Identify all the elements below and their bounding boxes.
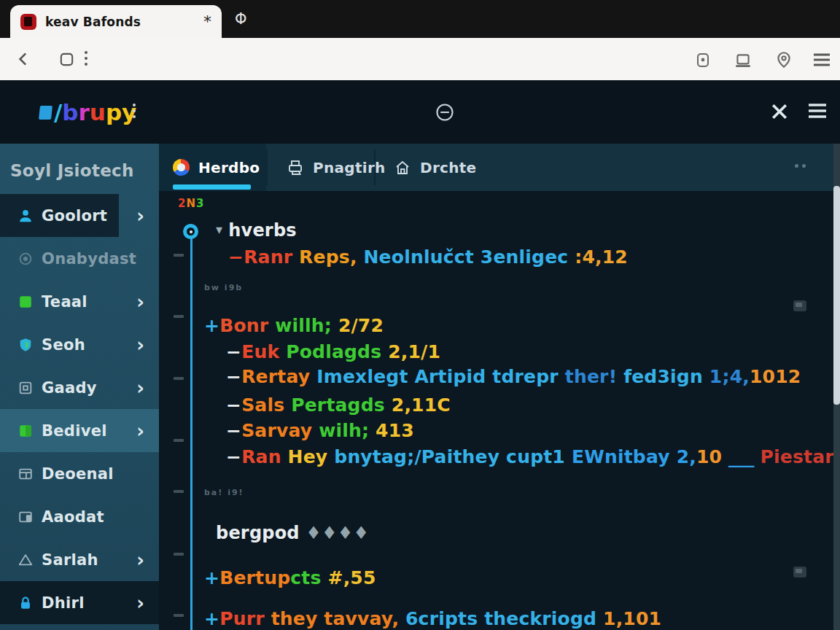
sidebar-item-sarlah[interactable]: Sarlah ›	[0, 538, 159, 581]
tree-row-meta: bw i9b	[204, 283, 243, 292]
tab-pnagtirh[interactable]: Pnagtirh	[287, 144, 386, 191]
text-segment: fed3ign	[623, 366, 709, 387]
chevron-right-icon: ›	[136, 378, 144, 397]
text-segment: 10	[696, 446, 728, 467]
sidebar-item-label: Seoh	[42, 336, 85, 354]
text-segment: Euk	[241, 341, 286, 362]
tab-close-icon[interactable]: *	[203, 14, 211, 30]
green-square-icon	[18, 294, 34, 310]
timeline-tick	[174, 377, 184, 380]
text-segment: Piestard	[754, 446, 833, 467]
browser-toolbar: keav/loupitrlc 3/7a	[0, 38, 840, 81]
shield-icon	[18, 337, 34, 353]
text-segment: 2/72	[338, 315, 384, 336]
sidebar-item-label: Onabydast	[42, 250, 136, 268]
browser-tab[interactable]: keav Bafonds *	[10, 5, 222, 38]
text-segment: EWnitbay	[572, 446, 677, 467]
scrollbar-track[interactable]	[833, 144, 840, 630]
window-icon	[18, 466, 34, 482]
text-segment: Bonr	[219, 315, 275, 336]
back-icon[interactable]	[15, 50, 34, 69]
circle-icon	[18, 251, 34, 267]
text-segment: −	[226, 446, 241, 467]
sidebar-item-onabydast[interactable]: Onabydast	[0, 237, 159, 280]
sidebar-item-deoenal[interactable]: Deoenal	[0, 452, 159, 495]
tree-row[interactable]: +Bonr willh; 2/72	[204, 315, 384, 336]
tab-drchte[interactable]: Drchte	[394, 144, 476, 191]
tab-overview-icon[interactable]	[58, 51, 75, 68]
chevron-right-icon: ›	[136, 594, 144, 612]
sidebar-item-label: Deoenal	[42, 465, 114, 483]
timeline-tick	[174, 439, 184, 442]
text-segment: Podlagds	[286, 341, 388, 362]
sidebar-item-teaal[interactable]: Teaal ›	[0, 280, 159, 323]
text-segment: Neolnlučct 3enligec	[364, 246, 575, 268]
person-icon	[18, 208, 34, 224]
text-segment: Pertagds	[291, 394, 392, 416]
logo-letter: b	[62, 99, 78, 125]
menu-icon[interactable]	[812, 52, 831, 67]
tab-favicon	[20, 14, 36, 30]
close-icon[interactable]	[769, 101, 790, 122]
tab-divider	[266, 149, 268, 185]
text-segment: :4,12	[575, 246, 628, 268]
text-segment: ♦♦♦♦	[306, 523, 369, 543]
tree-row[interactable]: −Sarvay wilh; 413	[226, 420, 414, 441]
sidebar-item-bedivel[interactable]: Bedivel ›	[0, 409, 159, 452]
sidebar-item-label: Aaodat	[42, 508, 104, 526]
ellipsis-icon[interactable]	[795, 164, 806, 168]
tree-node-hverbs[interactable]: ▾hverbs	[216, 220, 297, 241]
tree-row[interactable]: −Ranr Reps, Neolnlučct 3enligec :4,12	[228, 246, 628, 268]
text-segment: 1012	[750, 366, 801, 387]
text-segment: ther!	[565, 366, 623, 387]
location-pin-icon[interactable]	[774, 50, 793, 69]
tree-row[interactable]: +Bertupcts #,55	[204, 567, 376, 588]
app-logo[interactable]: / b r u p y	[39, 99, 136, 125]
tree-row[interactable]: +Purr they tavvay, 6cripts theckriogd 1,…	[204, 608, 661, 629]
list-menu-icon[interactable]	[806, 102, 828, 120]
tree-row[interactable]: −Euk Podlagds 2,1/1	[226, 341, 440, 362]
faint-note-icon[interactable]	[793, 300, 806, 311]
tree-row[interactable]: −Sals Pertagds 2,11C	[226, 394, 451, 416]
tab-label: Pnagtirh	[313, 159, 386, 176]
text-segment: bergpod	[216, 523, 306, 543]
scrollbar-thumb[interactable]	[833, 186, 840, 405]
text-segment: −	[226, 394, 241, 416]
browser-tab-bar: keav Bafonds * Φ	[0, 0, 840, 38]
history-panel: 2N3 ▾hverbs −Ranr Reps, Neolnlučct 3enli…	[159, 191, 833, 630]
sidebar-item-aaodat[interactable]: Aaodat	[0, 495, 159, 538]
sidebar-item-label: Bedivel	[42, 422, 107, 440]
tree-row[interactable]: −Ran Hey bnytag;/Paithey cupt1 EWnitbay …	[226, 446, 833, 467]
sidebar-item-seoh[interactable]: Seoh ›	[0, 323, 159, 366]
text-segment: −	[226, 341, 241, 362]
sidebar-item-gaady[interactable]: Gaady ›	[0, 366, 159, 409]
remove-circle-icon[interactable]	[435, 102, 455, 122]
sidebar-list: Goolort › Onabydast Teaal › Seoh ›	[0, 194, 159, 624]
chevron-down-icon[interactable]: ▾	[216, 222, 222, 237]
tree-section-bergpod[interactable]: bergpod ♦♦♦♦	[216, 523, 369, 543]
sidebar-item-label: Goolort	[42, 207, 107, 225]
home-icon	[394, 159, 411, 176]
more-menu-icon[interactable]	[85, 51, 88, 66]
text-segment: ___	[728, 446, 754, 467]
devices-icon[interactable]	[734, 51, 752, 70]
extension-icon[interactable]	[694, 51, 712, 69]
chevron-right-icon: ›	[136, 551, 144, 569]
faint-note-icon[interactable]	[793, 567, 806, 578]
text-segment: Sals	[241, 394, 291, 416]
timeline-tick	[174, 614, 184, 617]
text-segment: +	[204, 567, 219, 588]
second-tab-icon[interactable]: Φ	[235, 10, 247, 28]
content-tab-strip: Herdbo Pnagtirh Drchte	[159, 144, 833, 191]
app-more-icon[interactable]	[133, 104, 136, 118]
sidebar-item-dhirl[interactable]: Dhirl ›	[0, 581, 159, 624]
green-square-icon	[18, 423, 34, 439]
browser-logo-icon	[173, 159, 190, 176]
timeline-tick	[174, 315, 184, 318]
sidebar-item-label: Teaal	[42, 293, 88, 311]
logo-letter: u	[90, 99, 106, 125]
tree-row[interactable]: −Rertay Imexlegt Artipid tdrepr ther! fe…	[226, 366, 801, 387]
text-segment: 1;4,	[709, 366, 750, 387]
sidebar-item-goolort[interactable]: Goolort ›	[0, 194, 159, 237]
active-tab-underline	[173, 184, 251, 190]
